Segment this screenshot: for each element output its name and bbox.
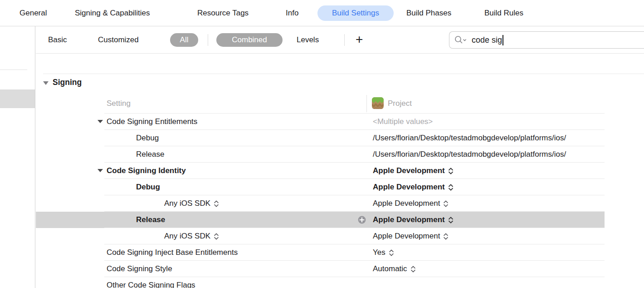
section-divider (43, 74, 644, 74)
setting-name: Debug (136, 179, 160, 195)
tab-build-rules[interactable]: Build Rules (484, 9, 523, 18)
table-row[interactable]: Any iOS SDKApple Development (36, 195, 605, 212)
setting-value-text: Apple Development (373, 183, 445, 192)
table-row[interactable]: Code Signing Inject Base EntitlementsYes (36, 244, 605, 261)
stepper-icon[interactable] (448, 167, 454, 175)
build-settings-main: Basic Customized All Combined Levels + c… (36, 26, 644, 288)
setting-value[interactable]: Apple Development (373, 212, 454, 228)
stepper-icon[interactable] (410, 265, 416, 273)
disclosure-triangle-icon[interactable] (98, 120, 103, 123)
setting-value[interactable]: Yes (373, 244, 394, 261)
filter-levels[interactable]: Levels (297, 35, 319, 45)
setting-value[interactable]: Apple Development (373, 195, 449, 212)
setting-value[interactable]: <Multiple values> (373, 114, 433, 130)
setting-value-text: Yes (373, 248, 385, 257)
setting-name: Code Signing Inject Base Entitlements (107, 244, 238, 261)
setting-name: Debug (136, 130, 159, 146)
text-cursor (503, 35, 503, 45)
setting-value-text: Apple Development (373, 166, 445, 175)
filter-customized[interactable]: Customized (98, 35, 139, 45)
setting-value[interactable]: Automatic (373, 261, 416, 277)
table-row[interactable]: ReleaseApple Development (36, 212, 605, 228)
setting-name: Any iOS SDK (164, 228, 219, 244)
setting-value[interactable]: /Users/florian/Desktop/testadmobgdevelop… (373, 146, 566, 163)
add-setting-button[interactable]: + (356, 32, 363, 46)
tab-general[interactable]: General (20, 9, 47, 18)
navigator-sidebar-edge (0, 26, 35, 288)
table-row[interactable]: Debug/Users/florian/Desktop/testadmobgde… (36, 130, 605, 146)
setting-name: Code Signing Identity (107, 163, 186, 179)
settings-rows: Code Signing Entitlements<Multiple value… (36, 114, 605, 288)
disclosure-triangle-icon[interactable] (98, 169, 103, 172)
setting-name: Release (136, 212, 165, 228)
setting-value[interactable]: /Users/florian/Desktop/testadmobgdevelop… (373, 130, 566, 146)
settings-content: Signing Setting Project Code Signing Ent… (36, 54, 644, 288)
tab-resource-tags[interactable]: Resource Tags (197, 9, 249, 18)
setting-name: Other Code Signing Flags (107, 277, 195, 288)
setting-value-text: Apple Development (373, 215, 445, 224)
setting-value[interactable]: Apple Development (373, 179, 454, 195)
setting-value-text: <Multiple values> (373, 117, 433, 126)
filter-combined-pill[interactable]: Combined (216, 33, 283, 47)
setting-name: Code Signing Style (107, 261, 172, 277)
table-row[interactable]: DebugApple Development (36, 179, 605, 195)
setting-value-text: Automatic (373, 264, 407, 273)
setting-name: Release (136, 146, 164, 163)
sidebar-selected-item[interactable] (0, 89, 35, 108)
stepper-icon[interactable] (448, 184, 454, 191)
settings-table-header: Setting Project (36, 93, 644, 114)
filter-basic[interactable]: Basic (48, 35, 67, 45)
tab-build-phases[interactable]: Build Phases (406, 9, 451, 18)
table-row[interactable]: Release/Users/florian/Desktop/testadmobg… (36, 146, 605, 163)
section-title: Signing (53, 78, 82, 87)
disclosure-triangle-icon[interactable] (43, 81, 49, 85)
table-row[interactable]: Code Signing IdentityApple Development (36, 163, 605, 179)
sidebar-divider (0, 70, 27, 70)
xcode-build-settings-pane: General Signing & Capabilities Resource … (0, 0, 644, 288)
stepper-icon[interactable] (389, 249, 394, 257)
column-header-setting: Setting (107, 93, 131, 114)
target-tab-bar: General Signing & Capabilities Resource … (0, 0, 644, 26)
stepper-icon[interactable] (448, 216, 454, 224)
table-row[interactable]: Code Signing StyleAutomatic (36, 261, 605, 277)
setting-value-text: /Users/florian/Desktop/testadmobgdevelop… (373, 134, 566, 143)
stepper-icon[interactable] (443, 200, 449, 208)
add-value-icon[interactable] (358, 216, 366, 224)
toolbar-separator (344, 34, 345, 46)
toolbar-separator (208, 34, 208, 46)
search-icon (454, 35, 468, 45)
setting-value-text: Apple Development (373, 232, 440, 241)
column-header-project: Project (388, 93, 412, 114)
search-input[interactable]: code sig (449, 31, 644, 49)
tab-info[interactable]: Info (286, 9, 298, 18)
table-row[interactable]: Any iOS SDKApple Development (36, 228, 605, 244)
filter-all-pill[interactable]: All (170, 33, 198, 47)
tab-build-settings[interactable]: Build Settings (317, 5, 394, 21)
search-query-text: code sig (472, 35, 502, 45)
setting-value[interactable]: Apple Development (373, 228, 449, 244)
column-divider (366, 95, 367, 112)
setting-value-text: Apple Development (373, 199, 440, 208)
setting-name: Code Signing Entitlements (107, 114, 197, 130)
setting-value[interactable]: Apple Development (373, 163, 454, 179)
tab-signing-capabilities[interactable]: Signing & Capabilities (75, 9, 150, 18)
setting-name: Any iOS SDK (164, 195, 219, 212)
signing-section-header[interactable]: Signing (43, 78, 82, 87)
table-row[interactable]: Code Signing Entitlements<Multiple value… (36, 114, 605, 130)
filter-toolbar: Basic Customized All Combined Levels + c… (36, 26, 644, 54)
grass-block-app-icon (372, 97, 384, 109)
table-row[interactable]: Other Code Signing Flags (36, 277, 605, 288)
stepper-icon[interactable] (443, 233, 449, 240)
stepper-icon[interactable] (214, 233, 219, 240)
stepper-icon[interactable] (214, 200, 219, 208)
setting-value-text: /Users/florian/Desktop/testadmobgdevelop… (373, 150, 566, 159)
